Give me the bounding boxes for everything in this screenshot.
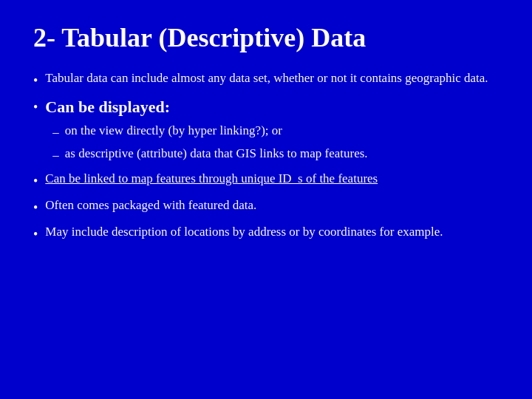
bullet-text-3: Can be linked to map features through un… bbox=[45, 170, 499, 188]
bullet-text-4: Often comes packaged with featured data. bbox=[45, 197, 499, 215]
bullet-large-text: Can be displayed: bbox=[45, 98, 170, 116]
bullet-item-4: • Often comes packaged with featured dat… bbox=[33, 197, 499, 217]
bullet-dot-5: • bbox=[33, 225, 38, 244]
slide-title: 2- Tabular (Descriptive) Data bbox=[33, 22, 499, 53]
sub-bullets: – on the view directly (by hyper linking… bbox=[52, 122, 499, 164]
bullet-item-5: • May include description of locations b… bbox=[33, 223, 499, 244]
slide: 2- Tabular (Descriptive) Data • Tabular … bbox=[0, 0, 532, 399]
sub-bullet-1: – on the view directly (by hyper linking… bbox=[52, 122, 499, 142]
slide-content: • Tabular data can include almost any da… bbox=[33, 69, 499, 377]
bullet-item-3: • Can be linked to map features through … bbox=[33, 170, 499, 191]
bullet-text-2: Can be displayed: – on the view directly… bbox=[45, 96, 499, 164]
sub-bullet-2: – as descriptive (attribute) data that G… bbox=[52, 145, 499, 165]
bullet-dot-2: • bbox=[33, 98, 38, 117]
sub-dash-2: – bbox=[52, 146, 59, 165]
bullet-dot-1: • bbox=[33, 71, 38, 90]
bullet-text-1: Tabular data can include almost any data… bbox=[45, 69, 499, 88]
sub-dash-1: – bbox=[52, 123, 59, 142]
bullet-item-1: • Tabular data can include almost any da… bbox=[33, 69, 499, 90]
bullet-dot-3: • bbox=[33, 171, 38, 191]
bullet-item-2: • Can be displayed: – on the view direct… bbox=[33, 96, 499, 164]
bullet-dot-4: • bbox=[33, 198, 38, 217]
sub-bullet-text-1: on the view directly (by hyper linking?)… bbox=[65, 122, 282, 140]
sub-bullet-text-2: as descriptive (attribute) data that GIS… bbox=[65, 145, 368, 163]
bullet-text-5: May include description of locations by … bbox=[45, 223, 499, 242]
